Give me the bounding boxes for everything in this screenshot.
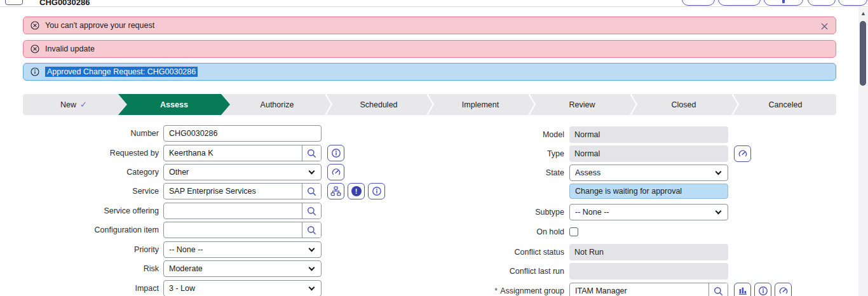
impact-select[interactable]: 3 - Low bbox=[163, 280, 322, 296]
stage-canceled[interactable]: Canceled bbox=[735, 94, 836, 115]
error-banner: Invalid update bbox=[23, 40, 836, 58]
error-banner: You can't approve your request bbox=[23, 17, 836, 34]
stage-authorize[interactable]: Authorize bbox=[226, 94, 328, 115]
toolbar-button[interactable] bbox=[764, 0, 803, 6]
search-icon[interactable] bbox=[302, 203, 321, 219]
field-row-priority: Priority -- None -- bbox=[0, 241, 322, 258]
type-readonly: Normal bbox=[569, 145, 728, 162]
info-banner-text: Approved Change Request: CHG0030286 bbox=[45, 67, 198, 77]
stage-new[interactable]: New ✓ bbox=[23, 94, 125, 115]
chevron-separator-icon bbox=[425, 94, 435, 115]
requested-by-input[interactable] bbox=[164, 145, 302, 161]
field-label: Service offering bbox=[0, 206, 159, 215]
conflict-last-run-readonly bbox=[569, 263, 728, 279]
field-row-state: State Assess bbox=[407, 165, 728, 181]
field-row-type: Type Normal bbox=[407, 145, 751, 162]
number-input[interactable] bbox=[163, 125, 322, 142]
record-title: CHG0030286 bbox=[39, 0, 90, 7]
field-row-requested-by: Requested by bbox=[0, 145, 344, 161]
info-button[interactable] bbox=[754, 283, 771, 296]
search-icon[interactable] bbox=[302, 184, 321, 199]
toolbar-button-icon bbox=[782, 0, 785, 3]
state-select[interactable]: Assess bbox=[569, 165, 728, 181]
conflict-status-readonly: Not Run bbox=[569, 244, 728, 260]
field-label: *Assignment group bbox=[407, 286, 564, 295]
stage-closed[interactable]: Closed bbox=[633, 94, 735, 115]
field-label: Category bbox=[0, 168, 159, 177]
field-row-subtype: Subtype -- None -- bbox=[407, 204, 728, 220]
circle-x-icon bbox=[31, 44, 39, 53]
required-marker: * bbox=[494, 286, 498, 295]
risk-select[interactable]: Moderate bbox=[163, 260, 322, 277]
field-row-risk: Risk Moderate bbox=[0, 260, 322, 277]
bar-chart-button[interactable] bbox=[734, 283, 751, 296]
stage-review[interactable]: Review bbox=[531, 94, 633, 115]
category-select[interactable]: Other bbox=[163, 164, 322, 180]
alert-button[interactable]: ! bbox=[348, 183, 365, 199]
service-input[interactable] bbox=[164, 184, 302, 199]
field-label: Risk bbox=[0, 264, 159, 273]
stage-assess[interactable]: Assess bbox=[118, 94, 230, 115]
chevron-down-icon bbox=[309, 246, 315, 252]
chevron-down-icon bbox=[715, 169, 722, 175]
field-row-service: Service ! bbox=[0, 183, 385, 199]
toolbar-button[interactable] bbox=[718, 0, 761, 6]
field-label: Type bbox=[407, 149, 564, 158]
field-label: Conflict status bbox=[407, 248, 564, 257]
form-header-bar: CHG0030286 bbox=[0, 0, 868, 7]
field-row-service-offering: Service offering bbox=[0, 203, 322, 219]
check-icon: ✓ bbox=[80, 100, 87, 109]
info-button[interactable] bbox=[327, 145, 344, 161]
field-row-conflict-status: Conflict status Not Run bbox=[407, 244, 728, 260]
scrollbar-thumb[interactable] bbox=[860, 21, 866, 86]
stage-implement[interactable]: Implement bbox=[430, 94, 531, 115]
exclamation-icon: ! bbox=[351, 186, 362, 196]
field-row-category: Category Other bbox=[0, 164, 344, 180]
field-label: State bbox=[407, 168, 564, 177]
hierarchy-button[interactable] bbox=[327, 183, 344, 199]
field-label: Configuration item bbox=[0, 225, 159, 234]
search-icon[interactable] bbox=[709, 283, 728, 296]
field-label: Subtype bbox=[407, 208, 564, 217]
back-button[interactable] bbox=[5, 0, 23, 5]
field-label: Requested by bbox=[0, 149, 159, 158]
error-banner-text: Invalid update bbox=[45, 44, 95, 53]
priority-select[interactable]: -- None -- bbox=[163, 241, 322, 258]
toolbar-button[interactable] bbox=[808, 0, 836, 6]
subtype-select[interactable]: -- None -- bbox=[569, 204, 728, 220]
chevron-down-icon bbox=[309, 285, 315, 291]
vertical-scrollbar[interactable]: ▲ bbox=[858, 8, 868, 296]
toolbar-button[interactable] bbox=[682, 0, 715, 6]
toolbar-button[interactable] bbox=[838, 0, 867, 6]
gauge-button[interactable] bbox=[327, 164, 344, 180]
search-icon[interactable] bbox=[302, 145, 321, 161]
field-row-model: Model Normal bbox=[407, 126, 728, 143]
gauge-button[interactable] bbox=[775, 283, 792, 296]
field-label: Number bbox=[0, 129, 159, 138]
assignment-group-input[interactable] bbox=[570, 283, 709, 296]
info-button[interactable] bbox=[368, 183, 385, 199]
chevron-separator-icon bbox=[323, 94, 334, 115]
field-row-on-hold: On hold bbox=[407, 224, 578, 240]
close-icon[interactable] bbox=[820, 22, 829, 30]
search-icon[interactable] bbox=[302, 222, 321, 238]
field-label: Priority bbox=[0, 245, 159, 254]
gauge-button[interactable] bbox=[734, 145, 751, 162]
field-label: On hold bbox=[407, 227, 564, 236]
field-row-conflict-last-run: Conflict last run bbox=[407, 263, 728, 279]
on-hold-checkbox[interactable] bbox=[569, 227, 578, 236]
stage-scheduled[interactable]: Scheduled bbox=[328, 94, 430, 115]
service-offering-input[interactable] bbox=[164, 203, 302, 219]
field-row-state-message: Change is waiting for approval bbox=[407, 184, 728, 199]
configuration-item-input[interactable] bbox=[164, 222, 302, 238]
state-message: Change is waiting for approval bbox=[569, 184, 728, 199]
chevron-separator-icon bbox=[730, 94, 740, 115]
field-label: Impact bbox=[0, 284, 159, 293]
error-banner-text: You can't approve your request bbox=[45, 21, 154, 30]
chevron-separator-icon bbox=[527, 94, 537, 115]
field-label: Service bbox=[0, 187, 159, 196]
scroll-up-icon[interactable]: ▲ bbox=[858, 11, 868, 17]
process-flow: New ✓ Assess Authorize Scheduled Impleme… bbox=[23, 94, 836, 115]
chevron-down-icon bbox=[309, 168, 315, 175]
field-row-number: Number bbox=[0, 125, 322, 142]
